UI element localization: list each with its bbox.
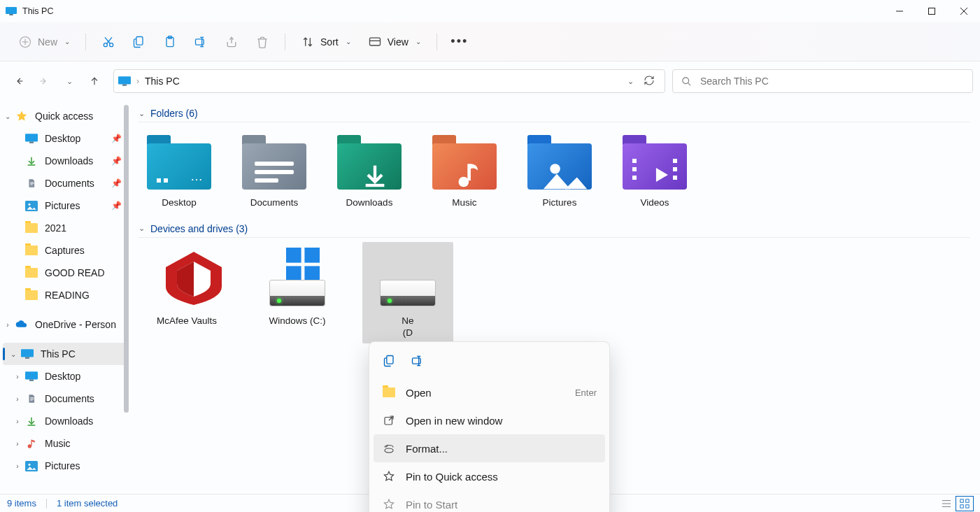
tree-label: Quick access: [35, 111, 93, 122]
ctx-pin-quick-access[interactable]: Pin to Quick access: [374, 462, 605, 490]
drive-tile[interactable]: Ne(D: [362, 242, 453, 343]
share-button[interactable]: [218, 29, 246, 55]
ctx-open-new-window[interactable]: Open in new window: [374, 406, 605, 434]
tree-onedrive[interactable]: › OneDrive - Person: [0, 313, 129, 336]
chevron-right-icon[interactable]: ›: [13, 395, 22, 403]
svg-point-49: [29, 463, 31, 465]
tree-item[interactable]: Documents📌: [0, 172, 129, 194]
ctx-pin-start[interactable]: Pin to Start: [374, 490, 605, 512]
tree-label: Documents: [45, 393, 94, 404]
tree-item[interactable]: 2021: [0, 217, 129, 239]
copy-button[interactable]: [125, 29, 153, 55]
tree-item[interactable]: Pictures📌: [0, 194, 129, 217]
chevron-down-icon[interactable]: ⌄: [627, 77, 634, 86]
tree-item[interactable]: ›Pictures: [0, 455, 129, 477]
refresh-button[interactable]: [644, 75, 655, 88]
chevron-right-icon[interactable]: ›: [13, 418, 22, 425]
forward-button[interactable]: [32, 69, 56, 93]
details-view-button[interactable]: [938, 497, 955, 511]
drive-icon: [260, 246, 335, 311]
chevron-right-icon[interactable]: ›: [3, 321, 13, 329]
view-button[interactable]: View ⌄: [361, 29, 428, 55]
rename-button[interactable]: [187, 29, 215, 55]
up-button[interactable]: [83, 69, 106, 93]
tile-label: McAfee Vaults: [157, 315, 217, 327]
view-icon: [368, 35, 382, 49]
tree-item[interactable]: Desktop📌: [0, 127, 129, 150]
chevron-right-icon[interactable]: ›: [13, 440, 22, 448]
group-header-drives[interactable]: ⌄ Devices and drives (3): [139, 220, 970, 238]
breadcrumb-location[interactable]: This PC: [145, 76, 180, 87]
svg-rect-42: [30, 397, 34, 398]
tree-item[interactable]: Downloads📌: [0, 150, 129, 172]
back-button[interactable]: [7, 69, 31, 93]
more-button[interactable]: •••: [446, 29, 474, 55]
chevron-down-icon: ⌄: [64, 38, 70, 45]
music-icon: [25, 437, 38, 450]
close-button[interactable]: [948, 0, 980, 22]
icons-view-button[interactable]: [956, 497, 973, 511]
tree-item[interactable]: ›Desktop: [0, 365, 129, 387]
folder-icon: [427, 131, 502, 192]
tile-label: Videos: [640, 197, 669, 209]
ctx-open[interactable]: Open Enter: [374, 378, 605, 406]
group-header-folders[interactable]: ⌄ Folders (6): [139, 105, 970, 122]
svg-rect-47: [31, 440, 31, 446]
tree-quick-access[interactable]: ⌄ Quick access: [0, 105, 129, 127]
ctx-rename-button[interactable]: [407, 350, 428, 371]
ctx-copy-button[interactable]: [379, 350, 400, 371]
separator: [436, 34, 437, 50]
folder-tile[interactable]: Downloads: [332, 127, 407, 213]
cut-button[interactable]: [94, 29, 122, 55]
maximize-button[interactable]: [916, 0, 948, 22]
search-input[interactable]: [700, 76, 964, 87]
svg-rect-0: [6, 7, 17, 14]
chevron-down-icon[interactable]: ⌄: [8, 350, 18, 358]
tree-this-pc[interactable]: ⌄ This PC: [3, 343, 126, 365]
tree-label: READING: [45, 290, 90, 301]
folder-tile[interactable]: …Desktop: [141, 127, 217, 213]
drive-tile[interactable]: Windows (C:): [252, 242, 343, 343]
minimize-button[interactable]: [883, 0, 916, 22]
svg-rect-56: [286, 266, 301, 281]
chevron-right-icon[interactable]: ›: [13, 373, 22, 381]
folder-icon: [25, 244, 38, 257]
drive-tile[interactable]: McAfee Vaults: [141, 242, 232, 343]
folder-tile[interactable]: Music: [427, 127, 502, 213]
sort-button[interactable]: Sort ⌄: [294, 29, 358, 55]
star-icon: [382, 469, 396, 483]
tree-label: Documents: [45, 178, 94, 189]
this-pc-icon: [21, 348, 34, 360]
folder-icon: [522, 131, 597, 192]
tree-label: OneDrive - Person: [35, 319, 116, 330]
folder-tile[interactable]: Documents: [236, 127, 312, 213]
delete-button[interactable]: [248, 29, 276, 55]
svg-rect-38: [21, 349, 34, 357]
folder-tile[interactable]: Videos: [617, 127, 693, 213]
tile-label: Ne(D: [402, 315, 413, 339]
tree-item[interactable]: ›Music: [0, 432, 129, 455]
new-window-icon: [382, 413, 396, 427]
tile-label: Documents: [250, 197, 298, 209]
chevron-down-icon[interactable]: ⌄: [3, 113, 13, 120]
tree-item[interactable]: ›Downloads: [0, 410, 129, 432]
svg-rect-13: [136, 36, 143, 45]
search-box[interactable]: [672, 69, 973, 93]
navigation-pane: ⌄ Quick access Desktop📌Downloads📌Documen…: [0, 101, 129, 494]
new-button[interactable]: New ⌄: [11, 29, 77, 55]
this-pc-icon: [118, 76, 131, 86]
tree-item[interactable]: READING: [0, 284, 129, 306]
tree-item[interactable]: GOOD READ: [0, 262, 129, 284]
folder-icon: [617, 131, 693, 192]
chevron-right-icon[interactable]: ›: [13, 462, 22, 470]
tree-item[interactable]: Captures: [0, 239, 129, 262]
tree-item[interactable]: ›Documents: [0, 387, 129, 410]
scrollbar[interactable]: [124, 105, 129, 413]
folder-tile[interactable]: Pictures: [522, 127, 597, 213]
ctx-format[interactable]: Format...: [374, 434, 605, 462]
history-button[interactable]: ⌄: [57, 69, 81, 93]
address-bar[interactable]: › This PC ⌄: [113, 69, 665, 93]
window-title: This PC: [22, 6, 53, 16]
svg-rect-63: [960, 504, 963, 507]
paste-button[interactable]: [156, 29, 184, 55]
